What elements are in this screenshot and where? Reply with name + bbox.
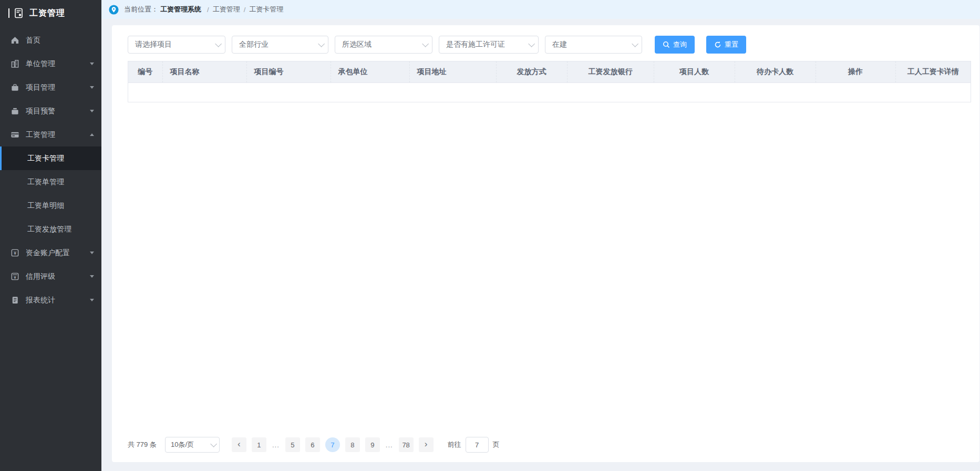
industry-select[interactable]: 全部行业 [232, 36, 328, 54]
sidebar: 工资管理 首页 单位管理 项目管理 [0, 0, 101, 471]
credit-rating-icon: ¥ [11, 272, 19, 281]
warning-project-icon [11, 107, 19, 116]
sidebar-item-label: 工资发放管理 [27, 225, 71, 234]
col-header-method: 发放方式 [496, 61, 567, 83]
page-ellipsis[interactable]: ... [386, 441, 393, 449]
sidebar-menu: 首页 单位管理 项目管理 项目预警 [0, 26, 101, 471]
permit-select-value: 是否有施工许可证 [446, 40, 505, 49]
breadcrumb: 当前位置： 工资管理系统 / 工资管理 / 工资卡管理 [101, 0, 980, 19]
chevron-up-icon [90, 133, 94, 136]
jump-page-input[interactable] [466, 437, 489, 453]
sidebar-item-wage-management[interactable]: 工资管理 [0, 123, 101, 146]
permit-select[interactable]: 是否有施工许可证 [439, 36, 539, 54]
chevron-down-icon [90, 62, 94, 65]
table-bottom-spacer [128, 83, 971, 102]
wage-card-icon [11, 130, 19, 139]
sidebar-item-label: 单位管理 [26, 59, 90, 69]
page-jump: 前往 页 [448, 437, 500, 453]
sidebar-item-payslip-detail[interactable]: 工资单明细 [0, 194, 101, 217]
wage-card-table: 编号 项目名称 项目编号 承包单位 项目地址 发放方式 工资发放银行 项目人数 … [128, 61, 971, 102]
project-select-value: 请选择项目 [135, 40, 172, 49]
page-size-value: 10条/页 [171, 440, 194, 449]
pager: ‹ 1...56789...78 › [229, 437, 436, 452]
app-title: 工资管理 [29, 8, 65, 19]
page-button[interactable]: 78 [399, 437, 414, 452]
col-header-project-name: 项目名称 [162, 61, 246, 83]
page-buttons: 1...56789...78 [249, 437, 416, 452]
sidebar-item-unit-management[interactable]: 单位管理 [0, 52, 101, 76]
fund-account-icon: ¥ [11, 248, 19, 257]
sidebar-item-project-warning[interactable]: 项目预警 [0, 99, 101, 123]
sidebar-item-label: 资金账户配置 [26, 248, 90, 258]
sidebar-item-wage-issuance-management[interactable]: 工资发放管理 [0, 217, 101, 241]
breadcrumb-root[interactable]: 工资管理系统 [160, 5, 201, 14]
sidebar-item-home[interactable]: 首页 [0, 28, 101, 52]
jump-suffix-label: 页 [493, 440, 500, 449]
col-header-bank: 工资发放银行 [567, 61, 654, 83]
reset-button-label: 重置 [725, 40, 738, 49]
sidebar-item-report-statistics[interactable]: 报表统计 [0, 288, 101, 312]
prev-page-button[interactable]: ‹ [232, 437, 246, 452]
page-button[interactable]: 8 [345, 437, 360, 452]
page-button[interactable]: 6 [305, 437, 320, 452]
app-window: 工资管理 首页 单位管理 项目管理 [0, 0, 980, 471]
col-header-address: 项目地址 [409, 61, 496, 83]
sidebar-item-label: 项目管理 [26, 83, 90, 92]
next-page-button[interactable]: › [419, 437, 434, 452]
content-card: 请选择项目 全部行业 所选区域 是否有施工许可证 在建 [112, 25, 979, 462]
pagination: 共 779 条 10条/页 ‹ 1...56789...78 › 前往 页 [128, 437, 971, 457]
breadcrumb-level2[interactable]: 工资管理 [213, 5, 240, 14]
report-icon [11, 296, 19, 305]
sidebar-item-payslip-management[interactable]: 工资单管理 [0, 170, 101, 194]
chevron-down-icon [528, 40, 535, 47]
status-select-value: 在建 [552, 40, 567, 49]
sidebar-item-wage-card-management[interactable]: 工资卡管理 [0, 146, 101, 170]
col-header-no: 编号 [128, 61, 162, 83]
query-button-label: 查询 [673, 40, 687, 49]
main-content: 当前位置： 工资管理系统 / 工资管理 / 工资卡管理 请选择项目 全部行业 所… [101, 0, 980, 471]
chevron-down-icon [318, 40, 325, 47]
filter-bar: 请选择项目 全部行业 所选区域 是否有施工许可证 在建 [128, 36, 971, 54]
refresh-icon [714, 41, 721, 48]
page-button-current[interactable]: 7 [325, 437, 340, 452]
svg-text:¥: ¥ [14, 250, 16, 256]
sidebar-item-label: 工资单管理 [27, 177, 64, 187]
breadcrumb-level3[interactable]: 工资卡管理 [249, 5, 283, 14]
project-select[interactable]: 请选择项目 [128, 36, 225, 54]
sidebar-item-fund-account-config[interactable]: ¥ 资金账户配置 [0, 241, 101, 265]
logo-divider [8, 8, 9, 18]
chevron-down-icon [215, 40, 222, 47]
search-icon [663, 41, 670, 48]
page-button[interactable]: 9 [365, 437, 380, 452]
chevron-down-icon [90, 86, 94, 89]
chevron-down-icon [422, 40, 429, 47]
page-button[interactable]: 5 [285, 437, 300, 452]
home-icon [11, 36, 19, 45]
reset-button[interactable]: 重置 [706, 36, 746, 54]
col-header-pending-cards: 待办卡人数 [735, 61, 816, 83]
industry-select-value: 全部行业 [239, 40, 269, 49]
breadcrumb-separator: / [207, 6, 209, 14]
col-header-worker-card-detail: 工人工资卡详情 [895, 61, 971, 83]
page-button[interactable]: 1 [252, 437, 266, 452]
chevron-down-icon [210, 441, 217, 447]
content-spacer [128, 102, 971, 437]
col-header-contractor: 承包单位 [331, 61, 409, 83]
page-size-select[interactable]: 10条/页 [165, 437, 220, 453]
sidebar-item-label: 工资卡管理 [27, 154, 64, 163]
sidebar-item-label: 工资管理 [26, 130, 90, 140]
chevron-down-icon [632, 40, 638, 47]
location-pin-icon [109, 5, 119, 15]
region-select[interactable]: 所选区域 [335, 36, 432, 54]
breadcrumb-separator: / [244, 6, 246, 14]
sidebar-item-label: 工资单明细 [27, 201, 64, 211]
sidebar-item-project-management[interactable]: 项目管理 [0, 76, 101, 99]
sidebar-item-label: 信用评级 [26, 272, 90, 281]
svg-text:¥: ¥ [14, 275, 16, 280]
sidebar-item-label: 项目预警 [26, 107, 90, 116]
query-button[interactable]: 查询 [655, 36, 695, 54]
construction-status-select[interactable]: 在建 [545, 36, 642, 54]
page-ellipsis[interactable]: ... [272, 441, 280, 449]
sidebar-item-credit-rating[interactable]: ¥ 信用评级 [0, 265, 101, 288]
breadcrumb-prefix: 当前位置： [124, 5, 158, 14]
